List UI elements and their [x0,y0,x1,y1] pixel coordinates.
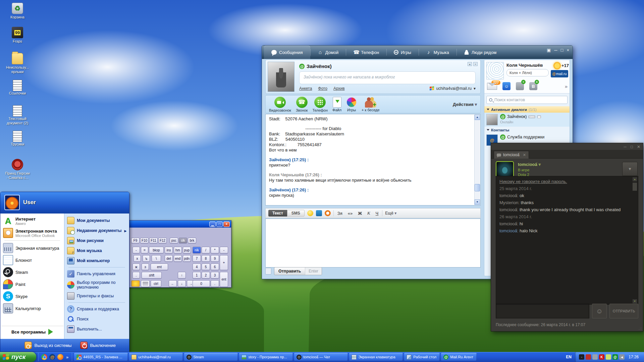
key-э[interactable]: э [142,263,149,270]
logoff-button[interactable]: Выход из системы [24,342,71,349]
start-item-osk[interactable]: Экранная клавиатура [1,242,63,254]
toolbar-video-call-button[interactable]: Видеозвонок [269,97,291,112]
steam-emoticon-button[interactable] [592,304,607,318]
scroll-up-icon[interactable]: ▲ [475,115,480,120]
key-+[interactable]: + [220,255,228,270]
key-8[interactable]: 8 [202,255,210,262]
key-ъ[interactable]: ъ [143,255,150,262]
key-/[interactable]: / [202,247,210,253]
key-х[interactable]: х [133,255,141,262]
key-\[interactable]: \ [152,255,161,262]
format-style-Зя[interactable]: Зя [336,211,343,216]
steam-message-input[interactable] [496,304,589,318]
key-=[interactable]: = [141,247,148,253]
scroll-down-icon[interactable]: ▼ [632,299,637,304]
key-ctrl[interactable]: ctrl [151,280,161,287]
scroll-thumb[interactable] [632,182,637,191]
group-header[interactable]: Активные диалоги(1/1) [484,106,570,113]
key-del[interactable]: del [165,255,173,262]
tab-games[interactable]: Игры [386,46,419,59]
chrome-icon[interactable] [41,354,47,360]
key-1[interactable]: 1 [193,272,201,279]
start-item-my-music[interactable]: Моя музыка [66,246,128,256]
desktop-icon-prince-of-persia[interactable]: Принц Персии- Схватка с... [2,159,33,180]
task-button[interactable]: tomciooấ — Чат [294,353,348,361]
format-style-Ч[interactable]: Ч [375,211,380,216]
key-*[interactable]: * [211,247,219,253]
osk-close-button[interactable]: × [223,222,230,227]
task-button[interactable]: @Mail.Ru Агент [441,353,477,361]
start-item-email[interactable]: Электронная почтаMicrosoft Office Outloo… [1,227,63,239]
sender-name[interactable]: Mysterion: [499,200,521,205]
task-button[interactable]: 44935_RS - Заливка ... [74,353,128,361]
start-item-help[interactable]: ?Справка и поддержка [66,304,128,314]
key-F10[interactable]: F10 [140,238,149,243]
volume-tray-icon[interactable]: ◄ [619,354,625,360]
self-status-input[interactable]: Коля + Лёля) [506,69,549,76]
attach-icon[interactable] [265,268,271,275]
key-pup[interactable]: pup [183,247,191,253]
quick-launch-more-chevron[interactable]: » [65,355,69,360]
password-warning-link[interactable]: Никому не говорите свой пароль. [499,178,631,185]
task-button[interactable]: Экранная клавиатура [349,353,403,361]
desktop-icon-links-doc[interactable]: Ссылочки [2,80,33,96]
leaf-tray-icon[interactable] [606,354,611,360]
tab-people-nearby[interactable]: Люди рядом [457,46,504,59]
tab-phone[interactable]: ☎Телефон [346,46,386,59]
scroll-thumb[interactable] [475,184,480,191]
key-.[interactable]: . [132,272,140,279]
mail-agent-icon[interactable]: @ [49,354,55,360]
key-end[interactable]: end [174,255,182,262]
steam-scrollbar[interactable]: ▲ ▼ [632,177,637,304]
key-←[interactable]: ← [169,280,177,287]
start-item-calculator[interactable]: Калькулятор [1,302,63,314]
toolbar-file-button[interactable]: Файл [332,97,341,112]
start-button[interactable]: пуск [0,352,36,362]
alarm-icon[interactable] [325,210,331,216]
contact-Зайчёнок)[interactable]: @Зайчёнок)SMS▮▮Онлайн [484,113,570,127]
group-header[interactable]: Контакты [484,127,570,133]
contact-avatar[interactable] [268,62,294,92]
steam-chat-log[interactable]: Никому не говорите свой пароль. 25 марта… [496,176,638,305]
vk-icon[interactable]: B [529,82,537,90]
key-ent[interactable]: ent [220,272,228,287]
friend-name[interactable]: tomciooấ [518,162,541,167]
panels-icon[interactable]: ▣ [547,48,551,53]
key-6[interactable]: 6 [211,263,219,270]
toolbar-phone-button[interactable]: Телефон [312,97,328,112]
format-style-Ж[interactable]: Ж [357,211,363,216]
link-Фото[interactable]: Фото [318,86,327,91]
start-item-notepad[interactable]: Блокнот [1,254,63,266]
format-sms-button[interactable]: SMS [287,210,305,217]
key-psc[interactable]: psc [170,238,178,243]
tab-messages[interactable]: Сообщения [264,46,310,59]
tab-home[interactable]: ⌂Домой [310,46,346,59]
shutdown-button[interactable]: Выключение [80,342,116,349]
sender-name[interactable]: tomciooấ: [499,207,520,212]
emoticons-icon[interactable] [307,210,313,216]
key-brk[interactable]: brk [188,238,196,243]
task-button[interactable]: uchiha4vai@mail.ru [129,353,183,361]
start-item-my-computer[interactable]: Мой компьютер [66,256,128,266]
task-button[interactable]: story - Программа пр... [239,353,293,361]
start-item-recent-documents[interactable]: Недавние документы▸ [66,226,128,236]
agent-icon[interactable]: ☺ [502,82,511,90]
key-0[interactable]: 0 [193,280,210,287]
key-5[interactable]: 5 [202,263,210,270]
key-F11[interactable]: F11 [149,238,158,243]
key--[interactable]: - [132,247,140,253]
close-tab-icon[interactable]: ✕ [523,153,526,157]
desktop-icon-fraps[interactable]: 99Fraps [2,27,33,44]
key-nlk[interactable]: nlk [193,247,201,253]
collapse-chat-icon[interactable]: ▴ [468,62,472,66]
task-button[interactable]: Рабочий стол [404,353,440,361]
scroll-down-icon[interactable]: ▼ [475,199,480,205]
toolbar-games-button[interactable]: Игры [346,97,357,112]
start-item-search[interactable]: Поиск [66,314,128,324]
key-smil[interactable] [131,280,140,287]
link-Архив[interactable]: Архив [333,86,345,91]
actions-menu-button[interactable]: Действия [453,102,477,107]
start-item-my-pictures[interactable]: Мои рисунки [66,236,128,246]
minimize-icon[interactable]: ─ [554,48,557,53]
steam-send-button[interactable]: ОТПРАВИТЬ [609,304,638,318]
